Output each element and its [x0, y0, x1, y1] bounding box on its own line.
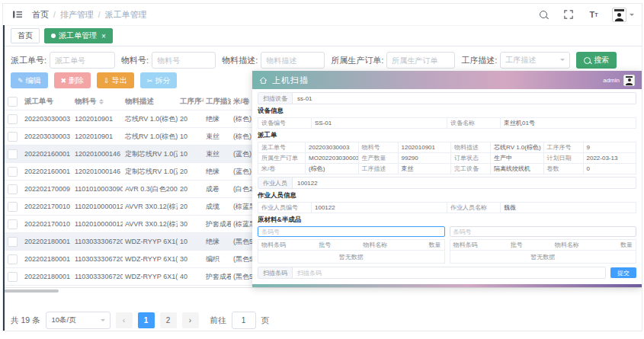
row-checkbox[interactable] [8, 184, 18, 194]
export-button[interactable]: ⇩导出 [97, 72, 134, 88]
field-value: 生产中 [491, 153, 544, 164]
goto-unit: 页 [261, 315, 270, 326]
field-value: 99290 [399, 153, 452, 164]
scrollbar-thumb[interactable] [4, 289, 59, 293]
panel-body: 扫描设备 ss-01 设备信息 设备编号SS-01设备名称束丝机01号 派工单 … [252, 89, 642, 281]
navbar: 首页 / 排产管理 / 派工单管理 TT [3, 4, 642, 26]
cell-process-desc: 护套成卷 [203, 272, 231, 282]
col-dispatch-no[interactable]: 派工单号 [22, 97, 72, 107]
materials-left-column: 条码号 物料条码批号物料名称数量 暂无数据 [258, 226, 445, 264]
field-label: 工序描述 [359, 164, 399, 174]
cell-process-desc: 绝缘 [203, 237, 231, 247]
panel-avatar[interactable] [623, 75, 635, 86]
field-value: 芯线RV 1.0(棕色) [491, 142, 544, 153]
page-2-button[interactable]: 2 [160, 312, 177, 328]
search-button[interactable]: 搜索 [576, 52, 617, 69]
breadcrumb-home[interactable]: 首页 [32, 9, 49, 21]
production-order-input[interactable] [386, 52, 455, 69]
cell-dispatch-no: 202203030003 [22, 133, 72, 140]
fullscreen-icon[interactable] [562, 8, 575, 21]
download-icon: ⇩ [104, 77, 110, 85]
cell-material-no: 120201000146 [72, 168, 123, 175]
row-checkbox[interactable] [8, 254, 18, 264]
row-checkbox[interactable] [8, 237, 18, 247]
delete-button[interactable]: ✖删除 [54, 72, 91, 88]
button-label: 拆分 [155, 75, 170, 86]
font-size-icon[interactable]: TT [587, 8, 601, 21]
row-checkbox[interactable] [8, 202, 18, 212]
cell-process-seq: 10 [178, 133, 203, 140]
dispatch-no-label: 派工单号: [11, 55, 46, 66]
workorder-section-title: 派工单 [258, 131, 636, 140]
cell-material-no: 120201000146 [72, 150, 123, 158]
row-checkbox[interactable] [8, 114, 18, 124]
scan-barcode-field[interactable]: 扫描条码 扫描条码 [258, 267, 606, 279]
home-icon [259, 76, 268, 85]
material-no-input[interactable] [152, 52, 216, 69]
material-desc-input[interactable] [261, 52, 325, 69]
materials-column-header: 数量 [425, 240, 444, 250]
material-barcode-input-left[interactable]: 条码号 [258, 226, 445, 237]
prev-page-button[interactable]: ‹ [116, 312, 133, 328]
row-checkbox[interactable] [8, 167, 18, 177]
scan-device-field[interactable]: 扫描设备 ss-01 [258, 92, 636, 104]
field-value: 9 [584, 142, 637, 153]
button-label: 导出 [112, 75, 127, 86]
tab-home[interactable]: 首页 [11, 28, 40, 43]
close-icon[interactable]: × [101, 32, 106, 40]
operator-value[interactable]: 100122 [293, 177, 636, 188]
scan-barcode-placeholder[interactable]: 扫描条码 [293, 267, 605, 278]
field-label: 卷数 [544, 164, 584, 174]
cell-process-desc: 编织 [203, 254, 231, 264]
cell-material-desc: WDZ-RYYP 6X1(黑色5... [123, 237, 178, 247]
breadcrumb-separator: / [98, 11, 101, 19]
col-process-seq[interactable]: 工序序号 [178, 97, 203, 107]
cell-material-desc: 定制芯线RV 1.0(蓝色) [123, 149, 178, 159]
process-desc-select[interactable]: 工序描述 [500, 52, 570, 69]
row-checkbox[interactable] [8, 219, 18, 229]
operator-label: 作业人员 [258, 177, 293, 188]
col-material-desc[interactable]: 物料描述 [123, 97, 178, 107]
page-size-select[interactable]: 10条/页 [46, 312, 111, 329]
select-all-checkbox[interactable] [8, 97, 18, 107]
user-menu[interactable] [612, 8, 634, 22]
cell-process-seq: 10 [178, 150, 203, 158]
scan-device-value[interactable]: ss-01 [293, 93, 636, 104]
edit-button[interactable]: ✎编辑 [11, 72, 48, 88]
cell-process-seq: 20 [178, 115, 203, 123]
cell-material-no: 11010100030902 [72, 185, 123, 193]
material-barcode-input-right[interactable]: 条码号 [450, 226, 637, 237]
cell-process-desc: 护套成卷 [203, 219, 231, 229]
field-label: 所属生产订单 [258, 153, 306, 164]
search-button-label: 搜索 [594, 55, 609, 66]
row-checkbox[interactable] [8, 149, 18, 159]
page-1-button[interactable]: 1 [138, 312, 155, 328]
dispatch-no-input[interactable] [50, 52, 115, 69]
menu-fold-icon[interactable] [11, 8, 24, 21]
sort-icon[interactable] [99, 97, 104, 107]
navbar-right: TT [537, 8, 634, 22]
materials-table-header: 物料条码批号物料名称数量 [450, 240, 636, 251]
col-process-desc[interactable]: 工序描述 [203, 97, 231, 107]
row-checkbox[interactable] [8, 272, 18, 282]
materials-column-header: 批号 [508, 240, 552, 250]
goto-page-input[interactable] [232, 312, 256, 329]
cell-material-no: 11020100000127 [72, 220, 123, 228]
device-info-grid: 设备编号SS-01设备名称束丝机01号 [258, 117, 636, 129]
split-button[interactable]: ✂拆分 [140, 72, 178, 88]
breadcrumb-scheduling[interactable]: 排产管理 [60, 9, 94, 21]
empty-state: 暂无数据 [450, 251, 636, 263]
cell-dispatch-no: 202203030003 [22, 115, 72, 123]
process-desc-label: 工序描述: [461, 55, 497, 66]
next-page-button[interactable]: › [182, 312, 199, 328]
row-checkbox[interactable] [8, 132, 18, 142]
tab-dispatch-management[interactable]: 派工单管理 × [44, 28, 113, 43]
operator-field[interactable]: 作业人员 100122 [258, 177, 636, 189]
cell-process-seq: 40 [178, 273, 203, 280]
submit-button[interactable]: 提交 [610, 267, 636, 278]
col-material-no[interactable]: 物料号 [72, 97, 123, 107]
field-label: 物料号 [359, 142, 399, 153]
materials-table-header: 物料条码批号物料名称数量 [258, 240, 444, 251]
horizontal-scrollbar[interactable] [3, 287, 642, 293]
search-icon[interactable] [537, 8, 550, 21]
